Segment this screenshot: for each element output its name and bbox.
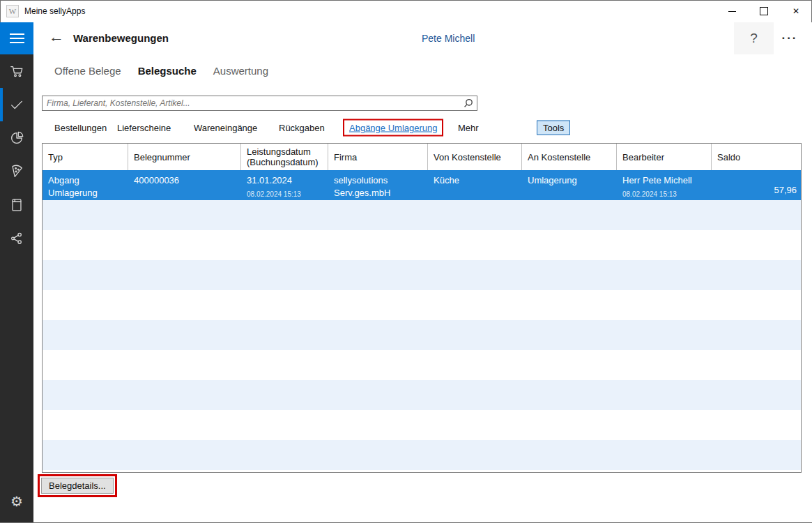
sidebar-item-share[interactable] <box>0 222 33 255</box>
filter-bar: Bestellungen Lieferscheine Wareneingänge… <box>33 115 812 140</box>
filter-bestellungen[interactable]: Bestellungen <box>54 123 107 133</box>
sidebar-item-catalog[interactable] <box>0 188 33 222</box>
column-header-typ[interactable]: Typ <box>43 144 128 170</box>
column-header-bearbeiter[interactable]: Bearbeiter <box>617 144 712 170</box>
cell-belegnummer: 400000036 <box>128 172 241 200</box>
close-button[interactable]: ✕ <box>780 0 812 22</box>
tab-auswertung[interactable]: Auswertung <box>213 65 268 77</box>
filter-lieferscheine[interactable]: Lieferscheine <box>117 123 171 133</box>
filter-abgaenge-umlagerung[interactable]: Abgänge Umlagerung <box>349 123 437 133</box>
app-logo-icon: W <box>6 5 19 17</box>
hamburger-icon <box>10 31 24 46</box>
sidebar-item-tasks[interactable] <box>0 88 33 121</box>
table-header: Typ Belegnummer Leistungsdatum(Buchungsd… <box>43 144 801 172</box>
share-icon <box>9 231 24 246</box>
minimize-icon <box>728 11 736 12</box>
check-icon <box>9 97 24 112</box>
minimize-button[interactable] <box>716 0 748 22</box>
ellipsis-icon: ··· <box>782 31 798 45</box>
maximize-icon <box>760 7 768 15</box>
filter-wareneingaenge[interactable]: Wareneingänge <box>194 123 257 133</box>
tab-belegsuche[interactable]: Belegsuche <box>138 65 197 77</box>
search-icon <box>464 98 473 108</box>
cell-typ: Abgang Umlagerung <box>43 172 128 200</box>
annotation-box-details: Belegdetails... <box>38 474 117 497</box>
tab-bar: Offene Belege Belegsuche Auswertung <box>54 65 268 77</box>
cell-buchungsdatum: 08.02.2024 15:13 <box>247 190 323 199</box>
cell-leistungsdatum: 31.01.2024 08.02.2024 15:13 <box>241 172 328 200</box>
results-table: Typ Belegnummer Leistungsdatum(Buchungsd… <box>42 143 802 473</box>
help-icon: ? <box>750 31 758 46</box>
maximize-button[interactable] <box>748 0 780 22</box>
column-header-von-kostenstelle[interactable]: Von Kostenstelle <box>428 144 522 170</box>
column-header-saldo[interactable]: Saldo <box>712 144 801 170</box>
cell-an-kostenstelle: Umlagerung <box>522 172 617 200</box>
titlebar: W Meine sellyApps ✕ <box>0 0 812 22</box>
tools-button[interactable]: Tools <box>537 121 570 135</box>
filter-mehr[interactable]: Mehr <box>458 123 479 133</box>
sidebar: ⚙ <box>0 22 33 522</box>
cell-saldo: 57,96 <box>712 172 801 200</box>
cell-bearbeiter-datum: 08.02.2024 15:13 <box>622 190 706 199</box>
window-title: Meine sellyApps <box>24 6 85 16</box>
belegdetails-button[interactable]: Belegdetails... <box>41 478 114 494</box>
sidebar-item-food[interactable] <box>0 155 33 188</box>
search-box <box>42 96 477 111</box>
column-header-leistungsdatum[interactable]: Leistungsdatum(Buchungsdatum) <box>241 144 328 170</box>
tab-offene-belege[interactable]: Offene Belege <box>54 65 121 77</box>
main-content: ← Warenbewegungen Pete Michell ? ··· Off… <box>33 22 812 522</box>
pie-chart-icon <box>9 130 24 146</box>
page-title: Warenbewegungen <box>73 32 169 44</box>
filter-rueckgaben[interactable]: Rückgaben <box>279 123 325 133</box>
book-icon <box>9 197 24 213</box>
table-row-selected[interactable]: Abgang Umlagerung 400000036 31.01.2024 0… <box>43 172 801 200</box>
app-window: W Meine sellyApps ✕ <box>0 0 812 523</box>
column-header-belegnummer[interactable]: Belegnummer <box>128 144 241 170</box>
window-controls: ✕ <box>716 0 812 22</box>
help-button[interactable]: ? <box>734 22 774 54</box>
column-header-firma[interactable]: Firma <box>328 144 428 170</box>
empty-rows-area <box>43 200 801 472</box>
sidebar-item-reports[interactable] <box>0 121 33 155</box>
sidebar-item-settings[interactable]: ⚙ <box>0 487 33 515</box>
search-input[interactable] <box>43 98 464 108</box>
annotation-box-filter: Abgänge Umlagerung <box>343 119 443 137</box>
cart-icon <box>9 63 24 79</box>
close-icon: ✕ <box>792 6 799 16</box>
sidebar-item-cart[interactable] <box>0 54 33 88</box>
cell-von-kostenstelle: Küche <box>428 172 522 200</box>
pizza-icon <box>9 164 24 179</box>
user-name: Pete Michell <box>422 33 475 44</box>
cell-firma: sellysolutions Serv.ges.mbH <box>328 172 428 200</box>
hamburger-menu-button[interactable] <box>0 22 33 54</box>
back-button[interactable]: ← <box>49 28 64 46</box>
gear-icon: ⚙ <box>10 494 23 508</box>
more-options-button[interactable]: ··· <box>773 22 806 54</box>
column-header-an-kostenstelle[interactable]: An Kostenstelle <box>522 144 617 170</box>
cell-bearbeiter: Herr Pete Michell 08.02.2024 15:13 <box>617 172 712 200</box>
